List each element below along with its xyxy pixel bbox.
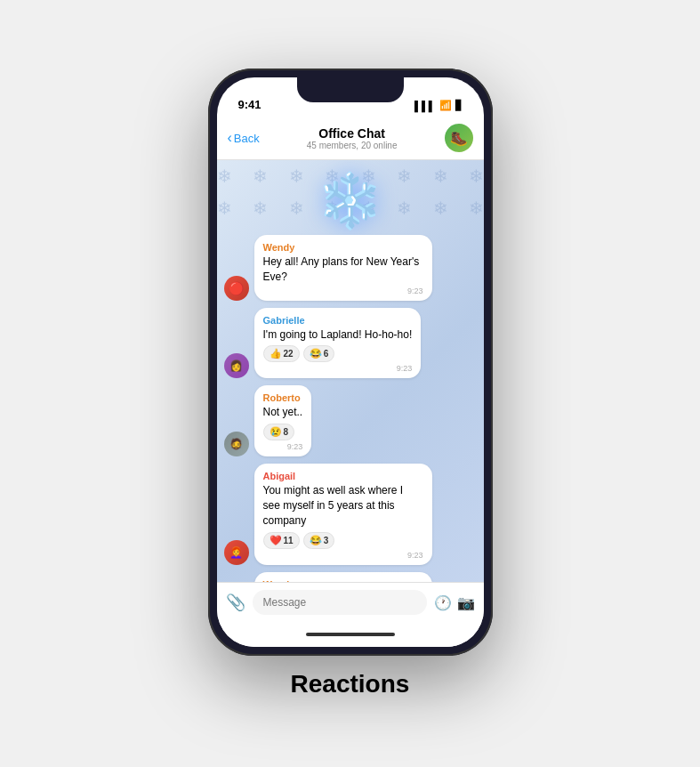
page-wrapper: 9:41 ▌▌▌ 📶 ▊ ‹ Back Office Chat 45 membe… bbox=[190, 51, 511, 716]
reactions-row: 👍 22 😂 6 bbox=[263, 345, 413, 362]
message-text: You might as well ask where I see myself… bbox=[263, 483, 423, 528]
reaction-pill[interactable]: 😂 3 bbox=[303, 532, 335, 549]
message-time: 9:23 bbox=[263, 551, 423, 560]
message-text: I'm going to Lapland! Ho-ho-ho! bbox=[263, 327, 413, 343]
reaction-count: 3 bbox=[324, 536, 329, 545]
message-text: Not yet.. bbox=[263, 405, 303, 420]
camera-icon[interactable]: 📷 bbox=[457, 594, 475, 611]
avatar: 👩‍🦰 bbox=[224, 540, 249, 565]
notch bbox=[297, 77, 404, 102]
message-bubble: Wendy Hey all! Any plans for New Year's … bbox=[254, 235, 432, 301]
sender-name: Roberto bbox=[263, 392, 303, 403]
message-time: 9:23 bbox=[263, 287, 423, 295]
status-time: 9:41 bbox=[238, 98, 261, 111]
reaction-emoji: 😂 bbox=[310, 535, 322, 546]
reactions-row: ❤️ 11 😂 3 bbox=[263, 532, 423, 549]
message-bubble: Gabrielle I'm going to Lapland! Ho-ho-ho… bbox=[254, 308, 422, 379]
message-row: 👩‍🦰 Abigail You might as well ask where … bbox=[224, 464, 477, 564]
reaction-count: 22 bbox=[284, 349, 294, 359]
reaction-pill[interactable]: 😢 8 bbox=[263, 424, 295, 440]
reaction-pill[interactable]: 😂 6 bbox=[303, 345, 335, 362]
page-title: Reactions bbox=[291, 670, 410, 698]
phone-shell: 9:41 ▌▌▌ 📶 ▊ ‹ Back Office Chat 45 membe… bbox=[208, 69, 493, 656]
sender-name: Wendy bbox=[263, 242, 423, 253]
wifi-icon: 📶 bbox=[439, 100, 452, 111]
attach-icon[interactable]: 📎 bbox=[226, 593, 245, 612]
back-chevron-icon: ‹ bbox=[228, 130, 232, 146]
reaction-emoji: 😂 bbox=[310, 348, 322, 359]
reaction-pill[interactable]: ❤️ 11 bbox=[263, 532, 300, 549]
message-row: 🔴 Wendy Actually... I'm throwing a party… bbox=[224, 572, 477, 582]
clock-icon[interactable]: 🕐 bbox=[434, 594, 452, 611]
reaction-count: 11 bbox=[284, 536, 294, 545]
message-row: 👩 Gabrielle I'm going to Lapland! Ho-ho-… bbox=[224, 308, 477, 379]
big-snowflake-sticker: ❄️ bbox=[224, 167, 477, 231]
message-row: 🔴 Wendy Hey all! Any plans for New Year'… bbox=[224, 235, 477, 301]
reaction-emoji: 👍 bbox=[270, 348, 282, 359]
reactions-row: 😢 8 bbox=[263, 424, 303, 440]
signal-icon: ▌▌▌ bbox=[414, 101, 435, 111]
status-icons: ▌▌▌ 📶 ▊ bbox=[414, 100, 462, 111]
message-row: 🧔 Roberto Not yet.. 😢 8 9:23 bbox=[224, 385, 477, 456]
home-indicator bbox=[217, 622, 484, 647]
avatar: 🧔 bbox=[224, 432, 249, 456]
back-button[interactable]: ‹ Back bbox=[228, 130, 260, 146]
avatar: 👩 bbox=[224, 353, 249, 378]
reaction-pill[interactable]: 👍 22 bbox=[263, 345, 300, 362]
message-bubble: Wendy Actually... I'm throwing a party, … bbox=[254, 572, 432, 582]
chat-title: Office Chat bbox=[267, 126, 438, 141]
avatar: 🔴 bbox=[224, 276, 249, 301]
home-bar bbox=[306, 633, 395, 636]
chat-header: ‹ Back Office Chat 45 members, 20 online… bbox=[217, 117, 484, 160]
header-info: Office Chat 45 members, 20 online bbox=[267, 126, 438, 150]
message-time: 9:23 bbox=[263, 364, 413, 373]
message-time: 9:23 bbox=[263, 442, 303, 451]
phone-screen: 9:41 ▌▌▌ 📶 ▊ ‹ Back Office Chat 45 membe… bbox=[217, 77, 484, 647]
back-label: Back bbox=[234, 132, 260, 145]
group-avatar[interactable]: 🥾 bbox=[445, 124, 473, 152]
message-text: Hey all! Any plans for New Year's Eve? bbox=[263, 254, 423, 285]
chat-area: ❄️ 🔴 Wendy Hey all! Any plans for New Ye… bbox=[217, 160, 484, 582]
message-input[interactable] bbox=[253, 590, 427, 615]
reaction-emoji: 😢 bbox=[270, 426, 282, 438]
chat-subtitle: 45 members, 20 online bbox=[267, 141, 438, 150]
sender-name: Gabrielle bbox=[263, 315, 413, 326]
reaction-count: 6 bbox=[324, 349, 329, 359]
battery-icon: ▊ bbox=[455, 100, 463, 111]
input-right-icons: 🕐 📷 bbox=[434, 594, 475, 611]
reaction-emoji: ❤️ bbox=[270, 535, 282, 546]
message-bubble: Abigail You might as well ask where I se… bbox=[254, 464, 432, 564]
input-bar: 📎 🕐 📷 bbox=[217, 582, 484, 622]
sender-name: Abigail bbox=[263, 471, 423, 481]
chat-scroll[interactable]: ❄️ 🔴 Wendy Hey all! Any plans for New Ye… bbox=[217, 160, 484, 582]
message-bubble: Roberto Not yet.. 😢 8 9:23 bbox=[254, 385, 312, 456]
reaction-count: 8 bbox=[284, 427, 289, 437]
